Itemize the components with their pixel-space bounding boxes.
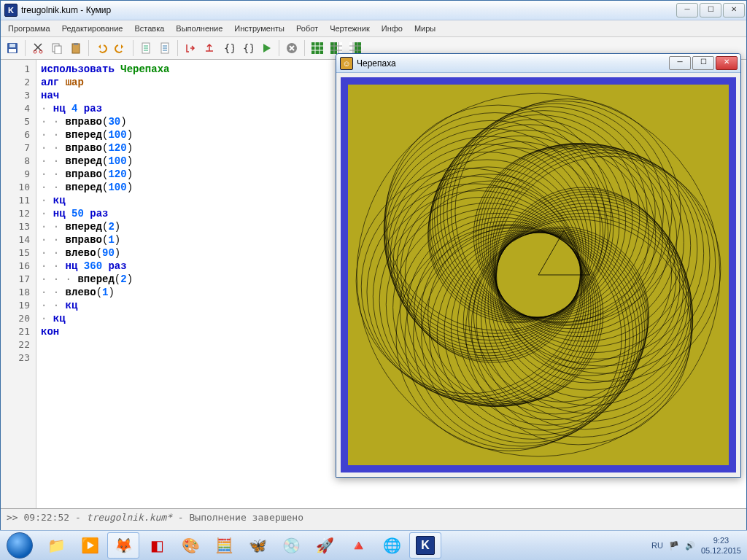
step-over-icon[interactable] xyxy=(201,39,218,57)
menu-tools[interactable]: Инструменты xyxy=(228,22,290,35)
task-paint[interactable]: 🎨 xyxy=(174,532,206,559)
task-disc[interactable]: 💿 xyxy=(275,532,307,559)
braces1-icon[interactable]: {} xyxy=(220,39,237,57)
svg-rect-14 xyxy=(311,42,323,54)
turtle-title: Черепаха xyxy=(357,58,668,69)
svg-rect-6 xyxy=(55,46,61,54)
svg-text:{}: {} xyxy=(224,42,234,54)
task-media[interactable]: ▶️ xyxy=(74,532,106,559)
line-gutter: 1234567891011121314151617181920212223 xyxy=(1,60,36,508)
menu-drawer[interactable]: Чертежник xyxy=(324,22,376,35)
paste-icon[interactable] xyxy=(67,39,85,57)
menu-run[interactable]: Выполнение xyxy=(170,22,228,35)
svg-point-59 xyxy=(397,174,581,359)
grid1-icon[interactable] xyxy=(309,39,326,57)
close-button[interactable]: ✕ xyxy=(723,3,745,18)
app-icon: K xyxy=(4,4,18,17)
svg-point-83 xyxy=(479,144,663,329)
task-chrome[interactable]: 🌐 xyxy=(376,532,408,559)
tray-flag-icon[interactable]: 🏴 xyxy=(669,541,679,551)
task-calc[interactable]: 🧮 xyxy=(208,532,240,559)
redo-icon[interactable] xyxy=(112,39,129,57)
task-explorer[interactable]: 📁 xyxy=(40,532,72,559)
turtle-titlebar[interactable]: ☺ Черепаха ─ ☐ ✕ xyxy=(336,54,740,73)
window-title: treugolnik.kum - Кумир xyxy=(21,5,676,15)
svg-rect-2 xyxy=(9,44,15,47)
svg-point-23 xyxy=(495,192,680,376)
menu-robot[interactable]: Робот xyxy=(290,22,324,35)
copy-icon[interactable] xyxy=(48,39,66,57)
menu-worlds[interactable]: Миры xyxy=(409,22,441,35)
svg-point-47 xyxy=(414,221,599,405)
doc1-icon[interactable] xyxy=(137,39,155,57)
task-kumir[interactable]: K xyxy=(409,532,441,559)
menu-info[interactable]: Инфо xyxy=(376,22,409,35)
task-butterfly[interactable]: 🦋 xyxy=(241,532,274,559)
turtle-close-button[interactable]: ✕ xyxy=(716,56,738,70)
run-icon[interactable] xyxy=(258,39,275,57)
svg-rect-8 xyxy=(74,43,78,45)
task-red[interactable]: ◧ xyxy=(141,532,173,559)
undo-icon[interactable] xyxy=(93,39,110,57)
stop-icon[interactable] xyxy=(283,39,301,57)
menubar: Программа Редактирование Вставка Выполне… xyxy=(1,20,746,37)
turtle-maximize-button[interactable]: ☐ xyxy=(692,56,714,70)
turtle-icon: ☺ xyxy=(340,57,353,70)
braces2-icon[interactable]: {} xyxy=(239,39,256,57)
titlebar: K treugolnik.kum - Кумир ─ ☐ ✕ xyxy=(1,1,746,20)
menu-edit[interactable]: Редактирование xyxy=(56,22,129,35)
turtle-canvas xyxy=(348,85,729,465)
tray[interactable]: RU 🏴 🔊 9:2305.12.2015 xyxy=(646,535,747,556)
save-icon[interactable] xyxy=(4,39,21,57)
svg-rect-1 xyxy=(9,49,16,52)
task-firefox[interactable]: 🦊 xyxy=(107,532,139,559)
maximize-button[interactable]: ☐ xyxy=(700,3,721,18)
menu-insert[interactable]: Вставка xyxy=(128,22,170,35)
minimize-button[interactable]: ─ xyxy=(676,3,698,18)
tray-lang[interactable]: RU xyxy=(651,541,663,550)
taskbar: 📁 ▶️ 🦊 ◧ 🎨 🧮 🦋 💿 🚀 🔺 🌐 K RU 🏴 🔊 9:2305.1… xyxy=(0,530,747,560)
task-triangle[interactable]: 🔺 xyxy=(342,532,374,559)
tray-sound-icon[interactable]: 🔊 xyxy=(685,541,695,551)
svg-text:{}: {} xyxy=(243,42,253,54)
tray-clock[interactable]: 9:2305.12.2015 xyxy=(701,535,741,556)
step-in-icon[interactable] xyxy=(182,39,199,57)
turtle-window[interactable]: ☺ Черепаха ─ ☐ ✕ xyxy=(336,53,741,478)
doc2-icon[interactable] xyxy=(156,39,174,57)
svg-rect-18 xyxy=(349,42,355,54)
start-button[interactable] xyxy=(0,531,39,560)
svg-rect-16 xyxy=(337,42,342,54)
cut-icon[interactable] xyxy=(29,39,47,57)
turtle-minimize-button[interactable]: ─ xyxy=(669,56,691,70)
menu-program[interactable]: Программа xyxy=(2,22,56,35)
task-rocket[interactable]: 🚀 xyxy=(309,532,341,559)
